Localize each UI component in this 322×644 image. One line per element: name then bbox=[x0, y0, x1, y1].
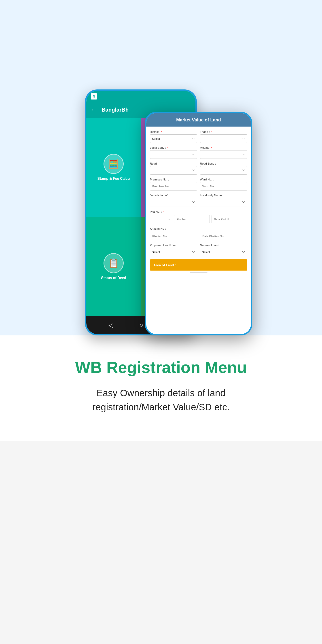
localbody-required: * bbox=[166, 146, 168, 149]
phones-section: N ← BanglarBh 🧮 Stamp & Fee Calcu 💳 Stat… bbox=[0, 0, 322, 336]
mouza-label: Mouza : * bbox=[200, 146, 247, 149]
nav-back-button[interactable]: ◁ bbox=[108, 322, 113, 329]
landuse-field: Proposed Land Use Select bbox=[150, 244, 197, 256]
khatian-inputs-row bbox=[150, 232, 247, 240]
thana-select[interactable] bbox=[200, 134, 247, 143]
mouza-field: Mouza : * bbox=[200, 146, 247, 159]
road-select[interactable] bbox=[150, 166, 197, 175]
form-header-title: Market Value of Land bbox=[176, 118, 221, 122]
phone-front: Market Value of Land District : * Select bbox=[145, 112, 252, 336]
district-required: * bbox=[161, 130, 162, 134]
district-field: District : * Select bbox=[150, 130, 197, 143]
nature-select[interactable]: Select bbox=[200, 248, 247, 256]
ward-input[interactable] bbox=[200, 182, 247, 190]
localbodyname-select[interactable] bbox=[200, 198, 247, 206]
landuse-nature-row: Proposed Land Use Select Nature of Land … bbox=[150, 244, 247, 256]
roadzone-select[interactable] bbox=[200, 166, 247, 175]
bata-plot-input[interactable] bbox=[212, 215, 247, 224]
road-roadzone-row: Road : Road Zone : bbox=[150, 162, 247, 175]
district-label: District : * bbox=[150, 130, 197, 134]
plot-label: Plot No. : * bbox=[150, 210, 164, 213]
form-header: Market Value of Land bbox=[146, 113, 251, 126]
deed-icon: 📋 bbox=[104, 253, 124, 273]
district-select[interactable]: Select bbox=[150, 134, 197, 143]
road-label: Road : bbox=[150, 162, 197, 165]
nature-label: Nature of Land bbox=[200, 244, 247, 247]
plot-inputs-row bbox=[150, 215, 247, 224]
road-field: Road : bbox=[150, 162, 197, 175]
bottom-section: WB Registration Menu Easy Ownership deta… bbox=[0, 336, 322, 441]
tile-deed[interactable]: 📋 Status of Deed bbox=[86, 217, 141, 316]
localbody-label: Local Body : * bbox=[150, 146, 197, 149]
notification-icon: N bbox=[91, 93, 97, 100]
scroll-indicator bbox=[190, 272, 208, 273]
plot-no-input[interactable] bbox=[174, 215, 210, 224]
mouza-select[interactable] bbox=[200, 150, 247, 159]
jurisdiction-localbodyname-row: Jurisdiction of : Localbody Name : bbox=[150, 194, 247, 206]
premises-input[interactable] bbox=[150, 182, 197, 190]
tile-deed-label: Status of Deed bbox=[101, 276, 126, 280]
jurisdiction-field: Jurisdiction of : bbox=[150, 194, 197, 206]
thana-label: Thana : * bbox=[200, 130, 247, 134]
thana-required: * bbox=[211, 130, 212, 134]
ward-field: Ward No. : bbox=[200, 178, 247, 190]
plot-type-select[interactable] bbox=[150, 215, 172, 224]
bata-khatian-input[interactable] bbox=[200, 232, 247, 240]
khatian-label-row: Khatian No : bbox=[150, 226, 247, 230]
localbodyname-label: Localbody Name : bbox=[200, 194, 247, 197]
stamp-icon: 🧮 bbox=[104, 154, 124, 174]
landuse-select[interactable]: Select bbox=[150, 248, 197, 256]
back-arrow-icon[interactable]: ← bbox=[91, 106, 97, 113]
ward-label: Ward No. : bbox=[200, 178, 247, 181]
tile-stamp-label: Stamp & Fee Calcu bbox=[98, 177, 130, 181]
plot-required: * bbox=[162, 210, 164, 213]
localbodyname-field: Localbody Name : bbox=[200, 194, 247, 206]
jurisdiction-select[interactable] bbox=[150, 198, 197, 206]
localbody-field: Local Body : * bbox=[150, 146, 197, 159]
landuse-label: Proposed Land Use bbox=[150, 244, 197, 247]
district-thana-row: District : * Select Thana : * bbox=[150, 130, 247, 143]
jurisdiction-label: Jurisdiction of : bbox=[150, 194, 197, 197]
premises-field: Premises No. : bbox=[150, 178, 197, 190]
tile-stamp[interactable]: 🧮 Stamp & Fee Calcu bbox=[86, 118, 141, 217]
toolbar-title: BanglarBh bbox=[102, 107, 128, 113]
form-content: District : * Select Thana : * bbox=[146, 126, 251, 334]
roadzone-label: Road Zone : bbox=[200, 162, 247, 165]
plot-label-row: Plot No. : * bbox=[150, 210, 247, 214]
roadzone-field: Road Zone : bbox=[200, 162, 247, 175]
nature-field: Nature of Land Select bbox=[200, 244, 247, 256]
khatian-no-input[interactable] bbox=[150, 232, 197, 240]
thana-field: Thana : * bbox=[200, 130, 247, 143]
subtitle: Easy Ownership details of land registrat… bbox=[60, 386, 262, 414]
premises-ward-row: Premises No. : Ward No. : bbox=[150, 178, 247, 190]
premises-label: Premises No. : bbox=[150, 178, 197, 181]
status-bar: N bbox=[86, 91, 196, 102]
localbody-select[interactable] bbox=[150, 150, 197, 159]
localbody-mouza-row: Local Body : * Mouza : * bbox=[150, 146, 247, 159]
nav-home-button[interactable]: ○ bbox=[140, 322, 143, 329]
mouza-required: * bbox=[211, 146, 212, 149]
khatian-label: Khatian No : bbox=[150, 227, 166, 230]
area-of-land-label: Area of Land : bbox=[154, 263, 176, 267]
main-title: WB Registration Menu bbox=[75, 358, 247, 377]
area-of-land-bar: Area of Land : bbox=[150, 260, 247, 270]
